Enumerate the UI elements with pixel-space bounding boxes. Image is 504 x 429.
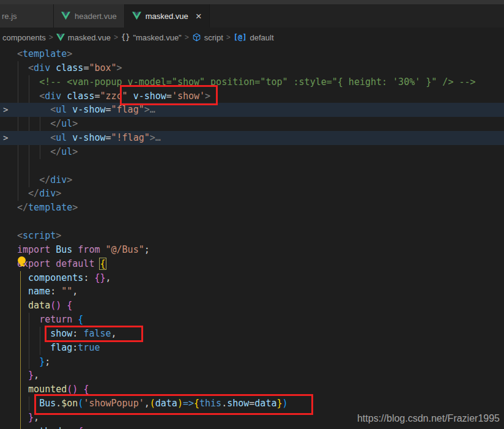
code-line: [0, 215, 504, 229]
vue-file-icon: [56, 34, 65, 42]
code-line: components: {},: [0, 271, 504, 285]
breadcrumb: components > masked.vue > {} "masked.vue…: [0, 28, 504, 47]
vscode-window: re.js headert.vue masked.vue × compone: [0, 0, 504, 429]
code-line: methods: {: [0, 425, 504, 429]
code-line: </template>: [0, 201, 504, 215]
code-line: <ul v-show="flag">…: [0, 103, 504, 117]
code-line: return {: [0, 313, 504, 327]
code-line: <div class="zzc" v-show='show'>: [0, 89, 504, 103]
tab-headert-vue[interactable]: headert.vue: [54, 4, 125, 28]
bracket-pair-guide: [20, 271, 21, 429]
fold-chevron-icon[interactable]: >: [3, 131, 14, 145]
code-line: <ul v-show="!flag">…: [0, 131, 504, 145]
chevron-right-icon: >: [226, 33, 231, 42]
code-line: </div>: [0, 173, 504, 187]
breadcrumb-masked-vue-symbol[interactable]: "masked.vue": [133, 33, 181, 42]
code-line: </div>: [0, 187, 504, 201]
close-tab-icon[interactable]: ×: [196, 11, 202, 21]
vue-file-icon: [61, 12, 70, 20]
breadcrumb-components[interactable]: components: [2, 33, 46, 42]
code-line: <template>: [0, 47, 504, 61]
tab-label: re.js: [2, 12, 17, 21]
editor-tab-bar: re.js headert.vue masked.vue ×: [0, 4, 504, 28]
code-line: import Bus from "@/Bus";: [0, 243, 504, 257]
chevron-right-icon: >: [114, 33, 118, 42]
code-line: <!-- <van-popup v-model="show" position=…: [0, 75, 504, 89]
lightbulb-icon[interactable]: [18, 256, 26, 266]
module-cube-icon: [192, 33, 201, 42]
tab-store-js[interactable]: re.js: [0, 4, 54, 28]
code-line: <script>: [0, 229, 504, 243]
default-export-icon: [@]: [234, 33, 247, 42]
annotation-box: [120, 85, 218, 105]
titlebar-edge: [0, 0, 504, 4]
vue-file-icon: [132, 12, 141, 20]
tab-masked-vue[interactable]: masked.vue ×: [125, 4, 210, 28]
tab-label: masked.vue: [146, 12, 188, 21]
chevron-right-icon: >: [49, 33, 53, 42]
breadcrumb-script[interactable]: script: [204, 33, 223, 42]
watermark-text: https://blog.csdn.net/Frazier1995: [357, 413, 500, 424]
code-line: export default {: [0, 257, 504, 271]
code-line: </ul>: [0, 117, 504, 131]
fold-chevron-icon[interactable]: >: [3, 103, 14, 117]
code-editor[interactable]: <template> <div class="box"> <!-- <van-p…: [0, 47, 504, 429]
code-line: },: [0, 368, 504, 382]
braces-icon: {}: [121, 33, 130, 42]
code-line: name: "",: [0, 285, 504, 299]
annotation-box: [45, 326, 143, 342]
code-line: flag:true: [0, 341, 504, 355]
code-line: </ul>: [0, 145, 504, 159]
breadcrumb-default[interactable]: default: [250, 33, 274, 42]
chevron-right-icon: >: [185, 33, 189, 42]
code-line: <div class="box">: [0, 61, 504, 75]
annotation-box: [34, 394, 313, 415]
tab-label: headert.vue: [75, 12, 117, 21]
code-line: [0, 159, 504, 173]
code-line: data() {: [0, 299, 504, 313]
code-line: };: [0, 355, 504, 369]
breadcrumb-masked-vue[interactable]: masked.vue: [68, 33, 111, 42]
